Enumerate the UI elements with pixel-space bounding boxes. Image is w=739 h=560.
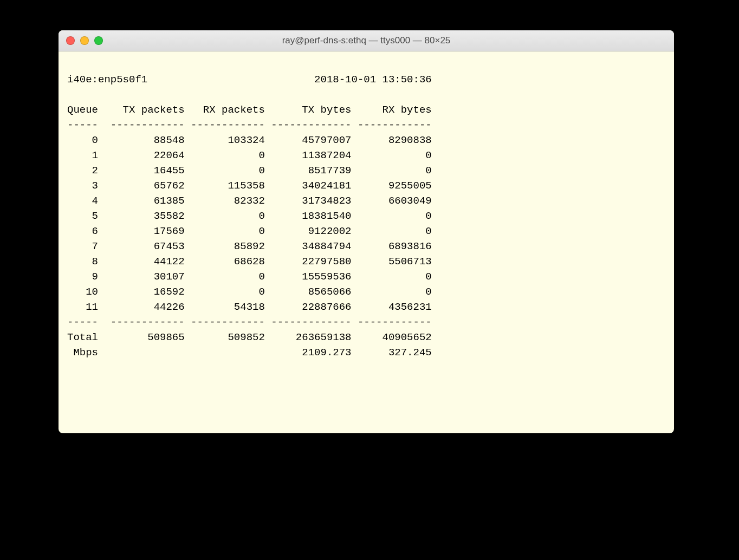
zoom-icon[interactable] xyxy=(94,36,103,45)
window-titlebar[interactable]: ray@perf-dns-s:ethq — ttys000 — 80×25 xyxy=(59,30,674,51)
terminal-window: ray@perf-dns-s:ethq — ttys000 — 80×25 i4… xyxy=(59,30,674,433)
traffic-lights xyxy=(66,36,103,45)
window-title: ray@perf-dns-s:ethq — ttys000 — 80×25 xyxy=(59,35,674,46)
terminal-content[interactable]: i40e:enp5s0f1 2018-10-01 13:50:36 Queue … xyxy=(59,51,674,433)
close-icon[interactable] xyxy=(66,36,75,45)
minimize-icon[interactable] xyxy=(80,36,89,45)
